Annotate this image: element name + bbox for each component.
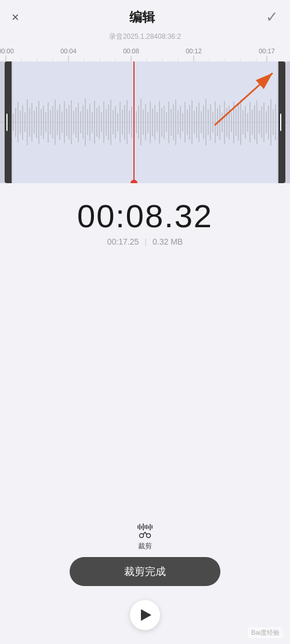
- timeline-ruler: 00:00 00:04 00:08 00:12 00:17: [0, 45, 290, 61]
- time-display: 00:08.32 00:17.25 | 0.32 MB: [0, 197, 290, 246]
- header: × 编辑 ✓: [0, 0, 290, 31]
- cut-label: 裁剪: [138, 541, 152, 551]
- play-icon: [141, 609, 151, 621]
- svg-text:00:17: 00:17: [259, 48, 275, 54]
- total-duration: 00:17.25: [107, 237, 139, 246]
- svg-text:00:00: 00:00: [0, 48, 14, 54]
- file-size: 0.32 MB: [153, 237, 183, 246]
- watermark: Bai度经验: [248, 627, 283, 638]
- complete-button-label: 裁剪完成: [124, 565, 166, 578]
- scissors-icon: [136, 523, 154, 539]
- trim-handle-right[interactable]: [278, 61, 285, 183]
- close-button[interactable]: ×: [12, 10, 19, 25]
- confirm-button[interactable]: ✓: [266, 8, 278, 26]
- waveform-svg: [0, 61, 290, 183]
- play-button[interactable]: [130, 600, 160, 630]
- svg-text:00:12: 00:12: [186, 48, 202, 54]
- file-subtitle: 录音2025.1.28408:36:2: [0, 31, 290, 45]
- waveform-area[interactable]: [0, 61, 290, 183]
- bottom-toolbar: 裁剪 裁剪完成: [0, 523, 290, 586]
- current-time: 00:08.32: [0, 197, 290, 235]
- svg-text:00:08: 00:08: [123, 48, 139, 54]
- meta-divider: |: [144, 237, 147, 246]
- cut-tool[interactable]: 裁剪: [136, 523, 154, 551]
- trim-handle-left[interactable]: [5, 61, 12, 183]
- svg-text:00:04: 00:04: [60, 48, 77, 54]
- svg-line-154: [145, 532, 147, 534]
- complete-button[interactable]: 裁剪完成: [70, 557, 220, 586]
- page-title: 编辑: [129, 9, 155, 26]
- time-meta: 00:17.25 | 0.32 MB: [0, 237, 290, 246]
- playhead-dot: [130, 180, 137, 183]
- playhead[interactable]: [133, 61, 135, 183]
